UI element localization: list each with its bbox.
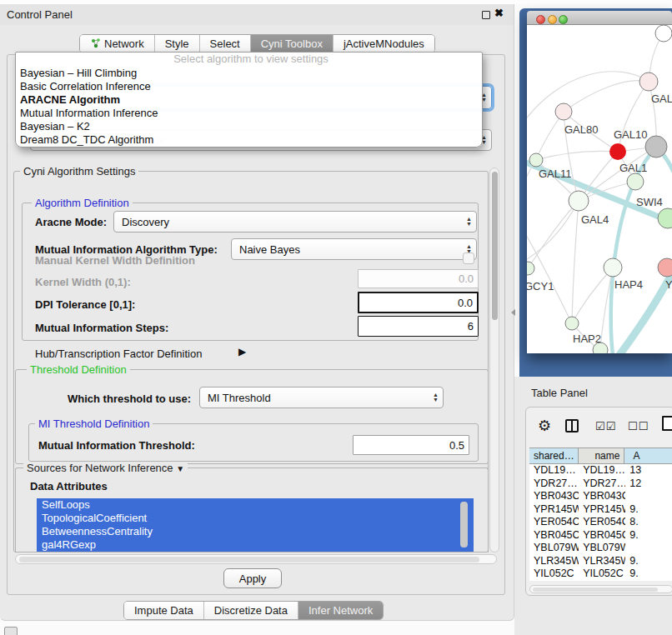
settings-scrollbar-thumb[interactable] [492,172,498,320]
tab-select[interactable]: Select [200,35,251,52]
window-zoom-icon[interactable] [559,15,568,24]
network-node-salmon[interactable] [658,258,672,277]
attributes-scrollbar-thumb[interactable] [460,502,468,548]
window-minimize-icon[interactable] [548,15,557,24]
network-edge [572,268,613,323]
network-node-gray[interactable] [645,136,667,158]
dpi-tolerance-input[interactable] [358,292,479,313]
tab-impute-data[interactable]: Impute Data [124,602,204,619]
table-row[interactable]: YER054CYER054C8. [529,516,672,529]
network-node-pink[interactable] [555,103,572,120]
table-row[interactable]: YBR043CYBR043C [529,490,672,503]
panel-title: Control Panel [7,8,73,21]
manual-kernel-checkbox[interactable] [463,252,474,264]
table-row[interactable]: YIL052CYIL052C9. [529,568,672,581]
network-node-red[interactable] [609,143,626,160]
network-node-verypale[interactable] [569,191,589,211]
table-cell: YDR27… [529,478,579,491]
tab-style[interactable]: Style [155,35,200,52]
network-node-palegreen[interactable] [527,262,534,275]
aracne-mode-combo[interactable]: Discovery ▲▼ [113,211,477,232]
attribute-item-selfloops[interactable]: SelfLoops [37,498,474,512]
mi-algorithm-type-combo[interactable]: Naive Bayes ▲▼ [231,238,477,260]
apply-button[interactable]: Apply [223,568,282,588]
column-header-a[interactable]: A [624,448,672,463]
table-cell: YDL19… [529,464,579,478]
mi-threshold-input[interactable] [353,435,469,455]
network-icon [90,38,101,51]
splitter-collapse-icon[interactable] [511,309,515,316]
tab-label: Network [104,38,144,50]
settings-hscrollbar-thumb[interactable] [19,557,479,562]
tab-label: Discretize Data [214,604,288,617]
network-node-pink[interactable] [639,72,658,91]
which-threshold-combo[interactable]: MI Threshold ▲▼ [199,387,444,408]
stepper-arrows-icon: ▲▼ [466,217,472,228]
algorithm-definition-title: Algorithm Definition [32,197,133,209]
network-node-white[interactable] [655,25,672,42]
node-label-gal80: GAL80 [564,123,598,136]
table-row[interactable]: YDL19…YDL19…13 [529,464,672,478]
settings-scrollbar[interactable] [489,168,499,552]
column-header-name[interactable]: name [579,448,625,463]
float-panel-icon[interactable] [4,627,18,635]
expand-arrow-icon[interactable]: ▶ [238,346,246,358]
algorithm-option-bayesian-hill-climbing[interactable]: Bayesian – Hill Climbing [16,67,482,80]
attribute-item-gal4rgexp[interactable]: gal4RGexp [37,538,474,552]
tab-network[interactable]: Network [80,35,155,52]
float-window-icon[interactable] [482,11,490,19]
tab-discretize-data[interactable]: Discretize Data [204,602,298,619]
columns-icon[interactable] [565,419,579,432]
gear-icon[interactable]: ⚙ [538,417,551,435]
window-close-icon[interactable] [536,15,545,24]
algorithm-option-dream8-dc-tdc-algorithm[interactable]: Dream8 DC_TDC Algorithm [16,133,482,147]
table-hscrollbar-thumb[interactable] [533,588,658,592]
kernel-width-input[interactable] [358,269,479,288]
network-edge [617,263,672,353]
node-label-swi4: SWI4 [636,196,663,208]
algorithm-option-mutual-information-inference[interactable]: Mutual Information Inference [16,107,482,120]
network-node-verypale[interactable] [604,258,622,277]
attribute-item-topologicalcoefficient[interactable]: TopologicalCoefficient [37,512,474,525]
sources-title-text: Sources for Network Inference [27,462,173,474]
tab-label: Infer Network [308,604,373,617]
table-row[interactable]: YBR045CYBR045C9. [529,529,672,542]
table-row[interactable]: YBL079WYBL079W [529,542,672,555]
table-row[interactable]: YLR345WYLR345W9. [529,555,672,568]
column-header-shared-[interactable]: shared… [529,448,579,463]
network-node-palegreen[interactable] [565,317,579,330]
network-node-palegreen[interactable] [627,173,644,190]
algorithm-option-aracne-algorithm[interactable]: ARACNE Algorithm [16,93,482,107]
close-icon[interactable]: ✖ [494,7,504,19]
tab-label: Impute Data [134,604,193,617]
tab-jactivemnodules[interactable]: jActiveMNodules [333,35,434,52]
document-icon[interactable] [662,416,672,431]
select-all-columns-icon[interactable]: ☑☑ [595,420,616,432]
network-node-palegreen[interactable] [529,153,543,167]
control-panel-tabs: NetworkStyleSelectCyni ToolboxjActiveMNo… [79,34,435,53]
collapse-arrow-icon[interactable]: ▼ [176,464,184,473]
table-hscrollbar[interactable] [529,585,672,593]
table-row[interactable]: YDR27…YDR27…12 [529,478,672,491]
network-view-panel[interactable]: GALGAL80GAL10GAL11GAL1SWI4GAL4GCY1HAP4YH… [519,8,672,377]
algorithm-dropdown-list: Select algorithm to view settingsBayesia… [15,52,483,148]
attribute-item-betweennesscentrality[interactable]: BetweennessCentrality [37,525,474,538]
table-cell: YIL052C [529,568,579,581]
network-canvas[interactable]: GALGAL80GAL10GAL11GAL1SWI4GAL4GCY1HAP4YH… [527,25,672,353]
settings-group-title: Cyni Algorithm Settings [20,165,138,178]
tab-infer-network[interactable]: Infer Network [298,602,383,619]
deselect-all-columns-icon[interactable]: ☐☐ [628,420,649,432]
network-window-titlebar[interactable] [527,11,672,25]
node-label-hap2: HAP2 [573,332,601,345]
algorithm-option-bayesian-k2[interactable]: Bayesian – K2 [16,120,482,133]
node-label-gal4: GAL4 [581,213,609,226]
network-node-brightgreen[interactable] [658,208,672,228]
tab-cyni-toolbox[interactable]: Cyni Toolbox [251,35,333,52]
mi-steps-input[interactable] [358,316,479,337]
algorithm-option-basic-correlation-inference[interactable]: Basic Correlation Inference [16,80,482,93]
node-label-gal1: GAL1 [619,162,647,174]
table-cell: YBR045C [579,529,625,542]
table-row[interactable]: YPR145WYPR145W9. [529,503,672,517]
settings-hscrollbar[interactable] [15,554,497,564]
data-attributes-list[interactable]: SelfLoopsTopologicalCoefficientBetweenne… [37,498,474,552]
